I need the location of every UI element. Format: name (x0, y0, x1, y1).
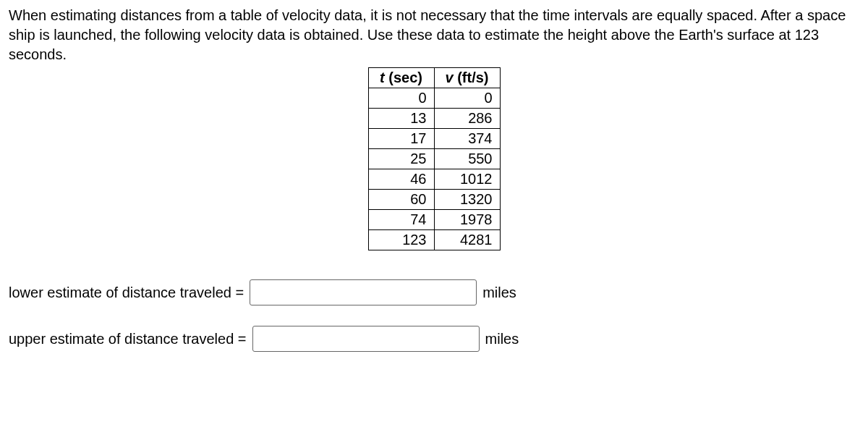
unit-label: miles (482, 284, 516, 301)
velocity-table: t (sec) v (ft/s) 00 13286 17374 25550 46… (368, 67, 501, 250)
table-row: 25550 (368, 149, 500, 169)
lower-estimate-label: lower estimate of distance traveled = (9, 284, 244, 301)
upper-estimate-label: upper estimate of distance traveled = (9, 331, 247, 347)
table-row: 741978 (368, 210, 500, 230)
table-row: 00 (368, 88, 500, 109)
question-prompt: When estimating distances from a table o… (9, 6, 859, 64)
upper-estimate-input[interactable] (252, 326, 480, 352)
lower-estimate-input[interactable] (250, 279, 477, 305)
table-row: 601320 (368, 190, 500, 210)
table-row: 461012 (368, 169, 500, 190)
table-row: 13286 (368, 109, 500, 129)
unit-label: miles (485, 331, 519, 347)
table-row: 1234281 (368, 230, 500, 250)
col-header-time: t (sec) (368, 68, 434, 88)
table-row: 17374 (368, 129, 500, 149)
col-header-velocity: v (ft/s) (434, 68, 500, 88)
lower-estimate-row: lower estimate of distance traveled = mi… (9, 279, 859, 305)
upper-estimate-row: upper estimate of distance traveled = mi… (9, 326, 859, 352)
